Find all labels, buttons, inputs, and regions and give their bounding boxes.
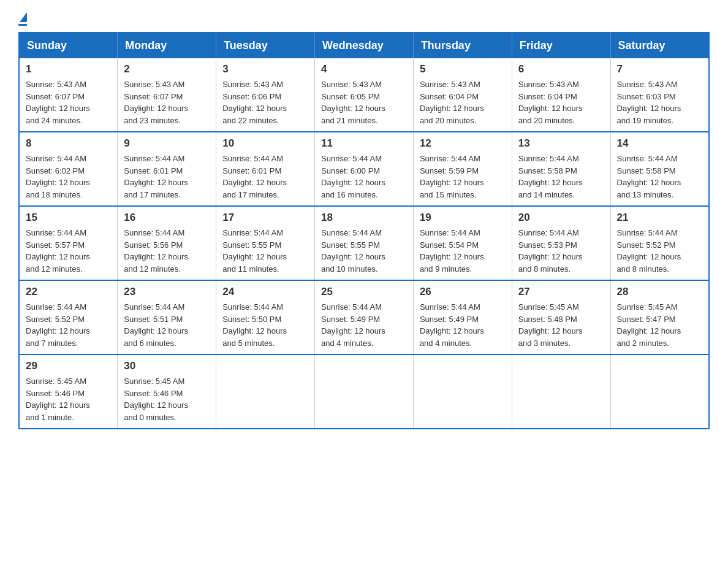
calendar-cell <box>610 354 709 429</box>
calendar-cell: 17Sunrise: 5:44 AM Sunset: 5:55 PM Dayli… <box>216 206 315 280</box>
day-info: Sunrise: 5:43 AM Sunset: 6:04 PM Dayligh… <box>518 79 604 126</box>
calendar-cell: 20Sunrise: 5:44 AM Sunset: 5:53 PM Dayli… <box>512 206 610 280</box>
day-number: 25 <box>321 286 407 298</box>
day-header-sunday: Sunday <box>19 33 118 58</box>
calendar-week-1: 1Sunrise: 5:43 AM Sunset: 6:07 PM Daylig… <box>19 58 709 132</box>
day-number: 28 <box>617 286 702 298</box>
page-header <box>18 12 710 26</box>
calendar-cell: 9Sunrise: 5:44 AM Sunset: 6:01 PM Daylig… <box>118 132 216 206</box>
day-number: 26 <box>420 286 506 298</box>
calendar-cell: 24Sunrise: 5:44 AM Sunset: 5:50 PM Dayli… <box>216 280 315 354</box>
calendar-cell: 18Sunrise: 5:44 AM Sunset: 5:55 PM Dayli… <box>315 206 414 280</box>
day-number: 27 <box>518 286 604 298</box>
day-header-saturday: Saturday <box>610 33 709 58</box>
day-number: 3 <box>222 63 308 75</box>
day-number: 24 <box>222 286 308 298</box>
day-info: Sunrise: 5:44 AM Sunset: 6:01 PM Dayligh… <box>222 153 308 201</box>
day-number: 9 <box>124 137 210 150</box>
calendar-cell: 22Sunrise: 5:44 AM Sunset: 5:52 PM Dayli… <box>19 280 118 354</box>
day-number: 19 <box>420 212 506 224</box>
calendar-cell: 1Sunrise: 5:43 AM Sunset: 6:07 PM Daylig… <box>19 58 118 132</box>
day-number: 30 <box>124 360 210 372</box>
day-info: Sunrise: 5:43 AM Sunset: 6:06 PM Dayligh… <box>222 79 308 126</box>
day-number: 23 <box>124 286 210 298</box>
day-number: 22 <box>26 286 111 298</box>
day-number: 10 <box>222 137 308 150</box>
day-info: Sunrise: 5:44 AM Sunset: 5:56 PM Dayligh… <box>124 227 210 275</box>
logo <box>18 12 27 26</box>
calendar-cell: 16Sunrise: 5:44 AM Sunset: 5:56 PM Dayli… <box>118 206 216 280</box>
calendar-cell <box>315 354 414 429</box>
calendar-week-2: 8Sunrise: 5:44 AM Sunset: 6:02 PM Daylig… <box>19 132 709 206</box>
calendar-cell: 30Sunrise: 5:45 AM Sunset: 5:46 PM Dayli… <box>118 354 216 429</box>
day-info: Sunrise: 5:45 AM Sunset: 5:46 PM Dayligh… <box>26 375 111 423</box>
day-info: Sunrise: 5:44 AM Sunset: 5:54 PM Dayligh… <box>420 227 506 275</box>
logo-arrow-icon <box>20 12 27 22</box>
day-info: Sunrise: 5:44 AM Sunset: 5:55 PM Dayligh… <box>321 227 407 275</box>
day-number: 4 <box>321 63 407 75</box>
calendar-cell: 25Sunrise: 5:44 AM Sunset: 5:49 PM Dayli… <box>315 280 414 354</box>
calendar-cell: 21Sunrise: 5:44 AM Sunset: 5:52 PM Dayli… <box>610 206 709 280</box>
calendar-cell: 6Sunrise: 5:43 AM Sunset: 6:04 PM Daylig… <box>512 58 610 132</box>
calendar-week-3: 15Sunrise: 5:44 AM Sunset: 5:57 PM Dayli… <box>19 206 709 280</box>
calendar-cell <box>512 354 610 429</box>
calendar-cell: 15Sunrise: 5:44 AM Sunset: 5:57 PM Dayli… <box>19 206 118 280</box>
day-info: Sunrise: 5:44 AM Sunset: 5:58 PM Dayligh… <box>518 153 604 201</box>
day-info: Sunrise: 5:45 AM Sunset: 5:48 PM Dayligh… <box>518 301 604 349</box>
calendar-cell: 4Sunrise: 5:43 AM Sunset: 6:05 PM Daylig… <box>315 58 414 132</box>
day-header-friday: Friday <box>512 33 610 58</box>
day-number: 14 <box>617 137 702 150</box>
day-info: Sunrise: 5:44 AM Sunset: 5:59 PM Dayligh… <box>420 153 506 201</box>
day-header-monday: Monday <box>118 33 216 58</box>
day-info: Sunrise: 5:44 AM Sunset: 5:49 PM Dayligh… <box>321 301 407 349</box>
day-number: 17 <box>222 212 308 224</box>
calendar-cell: 19Sunrise: 5:44 AM Sunset: 5:54 PM Dayli… <box>413 206 512 280</box>
calendar-cell: 28Sunrise: 5:45 AM Sunset: 5:47 PM Dayli… <box>610 280 709 354</box>
calendar-cell: 29Sunrise: 5:45 AM Sunset: 5:46 PM Dayli… <box>19 354 118 429</box>
day-number: 15 <box>26 212 111 224</box>
day-number: 11 <box>321 137 407 150</box>
calendar-cell <box>216 354 315 429</box>
calendar-week-5: 29Sunrise: 5:45 AM Sunset: 5:46 PM Dayli… <box>19 354 709 429</box>
day-info: Sunrise: 5:44 AM Sunset: 5:58 PM Dayligh… <box>617 153 702 201</box>
day-number: 18 <box>321 212 407 224</box>
day-info: Sunrise: 5:44 AM Sunset: 5:52 PM Dayligh… <box>26 301 111 349</box>
day-header-thursday: Thursday <box>413 33 512 58</box>
day-info: Sunrise: 5:45 AM Sunset: 5:47 PM Dayligh… <box>617 301 702 349</box>
day-info: Sunrise: 5:43 AM Sunset: 6:03 PM Dayligh… <box>617 79 702 126</box>
day-info: Sunrise: 5:44 AM Sunset: 6:02 PM Dayligh… <box>26 153 111 201</box>
day-number: 8 <box>26 137 111 150</box>
calendar-cell: 11Sunrise: 5:44 AM Sunset: 6:00 PM Dayli… <box>315 132 414 206</box>
day-info: Sunrise: 5:44 AM Sunset: 6:00 PM Dayligh… <box>321 153 407 201</box>
calendar-cell: 12Sunrise: 5:44 AM Sunset: 5:59 PM Dayli… <box>413 132 512 206</box>
calendar-cell: 14Sunrise: 5:44 AM Sunset: 5:58 PM Dayli… <box>610 132 709 206</box>
day-number: 6 <box>518 63 604 75</box>
calendar-cell: 7Sunrise: 5:43 AM Sunset: 6:03 PM Daylig… <box>610 58 709 132</box>
days-of-week-row: SundayMondayTuesdayWednesdayThursdayFrid… <box>19 33 709 58</box>
calendar-cell: 8Sunrise: 5:44 AM Sunset: 6:02 PM Daylig… <box>19 132 118 206</box>
day-info: Sunrise: 5:44 AM Sunset: 6:01 PM Dayligh… <box>124 153 210 201</box>
day-number: 16 <box>124 212 210 224</box>
day-info: Sunrise: 5:44 AM Sunset: 5:53 PM Dayligh… <box>518 227 604 275</box>
day-info: Sunrise: 5:43 AM Sunset: 6:07 PM Dayligh… <box>124 79 210 126</box>
day-number: 5 <box>420 63 506 75</box>
day-header-tuesday: Tuesday <box>216 33 315 58</box>
calendar-cell: 26Sunrise: 5:44 AM Sunset: 5:49 PM Dayli… <box>413 280 512 354</box>
calendar-cell: 2Sunrise: 5:43 AM Sunset: 6:07 PM Daylig… <box>118 58 216 132</box>
day-number: 29 <box>26 360 111 372</box>
calendar-cell: 13Sunrise: 5:44 AM Sunset: 5:58 PM Dayli… <box>512 132 610 206</box>
calendar-cell: 5Sunrise: 5:43 AM Sunset: 6:04 PM Daylig… <box>413 58 512 132</box>
calendar-cell: 23Sunrise: 5:44 AM Sunset: 5:51 PM Dayli… <box>118 280 216 354</box>
day-info: Sunrise: 5:44 AM Sunset: 5:50 PM Dayligh… <box>222 301 308 349</box>
calendar-cell: 3Sunrise: 5:43 AM Sunset: 6:06 PM Daylig… <box>216 58 315 132</box>
calendar-body: 1Sunrise: 5:43 AM Sunset: 6:07 PM Daylig… <box>19 58 709 429</box>
day-info: Sunrise: 5:44 AM Sunset: 5:57 PM Dayligh… <box>26 227 111 275</box>
day-number: 12 <box>420 137 506 150</box>
calendar-week-4: 22Sunrise: 5:44 AM Sunset: 5:52 PM Dayli… <box>19 280 709 354</box>
day-info: Sunrise: 5:43 AM Sunset: 6:07 PM Dayligh… <box>26 79 111 126</box>
day-header-wednesday: Wednesday <box>315 33 414 58</box>
day-info: Sunrise: 5:44 AM Sunset: 5:55 PM Dayligh… <box>222 227 308 275</box>
day-number: 7 <box>617 63 702 75</box>
calendar-cell: 10Sunrise: 5:44 AM Sunset: 6:01 PM Dayli… <box>216 132 315 206</box>
day-info: Sunrise: 5:44 AM Sunset: 5:52 PM Dayligh… <box>617 227 702 275</box>
